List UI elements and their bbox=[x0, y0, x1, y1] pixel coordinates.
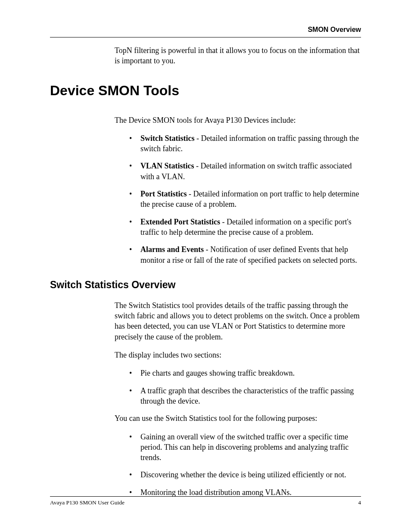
subsection-heading: Switch Statistics Overview bbox=[50, 279, 361, 291]
running-header: SMON Overview bbox=[50, 26, 361, 34]
display-list: Pie charts and gauges showing traffic br… bbox=[129, 368, 361, 406]
term: VLAN Statistics bbox=[140, 162, 194, 170]
list-item: Port Statistics - Detailed information o… bbox=[129, 189, 361, 210]
list-item: Gaining an overall view of the switched … bbox=[129, 432, 361, 463]
tools-list: Switch Statistics - Detailed information… bbox=[129, 133, 361, 265]
purposes-list: Gaining an overall view of the switched … bbox=[129, 432, 361, 498]
footer-rule bbox=[50, 496, 361, 497]
intro-paragraph: TopN filtering is powerful in that it al… bbox=[115, 45, 361, 66]
list-item: Pie charts and gauges showing traffic br… bbox=[129, 368, 361, 378]
list-item: Discovering whether the device is being … bbox=[129, 470, 361, 480]
page-footer: Avaya P130 SMON User Guide 4 bbox=[50, 496, 361, 506]
list-item: Extended Port Statistics - Detailed info… bbox=[129, 217, 361, 238]
list-item: VLAN Statistics - Detailed information o… bbox=[129, 161, 361, 182]
body-paragraph: You can use the Switch Statistics tool f… bbox=[115, 413, 361, 423]
list-item: Switch Statistics - Detailed information… bbox=[129, 133, 361, 154]
footer-left: Avaya P130 SMON User Guide bbox=[50, 499, 125, 506]
list-item: Alarms and Events - Notification of user… bbox=[129, 244, 361, 265]
term: Extended Port Statistics bbox=[140, 218, 220, 226]
section-lead: The Device SMON tools for Avaya P130 Dev… bbox=[115, 115, 361, 125]
list-item: A traffic graph that describes the chara… bbox=[129, 386, 361, 407]
header-rule bbox=[50, 37, 361, 37]
term: Alarms and Events bbox=[140, 245, 204, 254]
term: Switch Statistics bbox=[140, 134, 195, 143]
body-paragraph: The display includes two sections: bbox=[115, 350, 361, 360]
term: Port Statistics bbox=[140, 190, 187, 198]
body-paragraph: The Switch Statistics tool provides deta… bbox=[115, 300, 361, 342]
page-number: 4 bbox=[358, 499, 361, 506]
section-heading: Device SMON Tools bbox=[50, 83, 361, 99]
